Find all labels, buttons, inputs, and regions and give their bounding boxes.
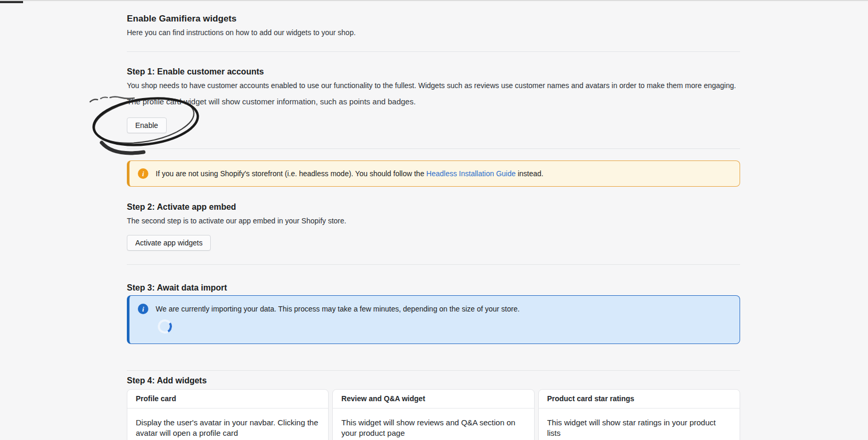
activate-app-widgets-button[interactable]: Activate app widgets <box>127 235 211 251</box>
warning-banner-text: If you are not using Shopify's storefron… <box>156 169 544 178</box>
warning-text-before-link: If you are not using Shopify's storefron… <box>156 169 424 178</box>
page-title: Enable Gamifiera widgets <box>127 14 740 24</box>
widget-card-profile-card: Profile card Display the user's avatar i… <box>127 389 329 440</box>
step-2-section: Step 2: Activate app embed The second st… <box>127 202 740 251</box>
step2-paragraph: The second step is to activate our app e… <box>127 217 740 225</box>
section-divider <box>127 148 740 149</box>
step1-paragraph-1: You shop needs to have customer accounts… <box>127 81 740 90</box>
widget-cards-row: Profile card Display the user's avatar i… <box>127 389 740 440</box>
headless-warning-banner: i If you are not using Shopify's storefr… <box>127 160 740 187</box>
info-icon: i <box>138 304 148 314</box>
card-description: This widget will show star ratings in yo… <box>539 409 740 440</box>
enable-button[interactable]: Enable <box>127 117 167 133</box>
import-status-text: We are currently importing your data. Th… <box>156 305 519 313</box>
card-title: Profile card <box>127 390 328 409</box>
section-divider <box>127 264 740 265</box>
card-title: Review and Q&A widget <box>333 390 534 409</box>
step1-paragraph-2: The profile card widget will show custom… <box>127 97 740 106</box>
top-left-dark-artifact <box>0 1 23 3</box>
card-description: This widget will show reviews and Q&A se… <box>333 409 534 440</box>
page-subtitle: Here you can find instructions on how to… <box>127 28 740 37</box>
step-1-section: Step 1: Enable customer accounts You sho… <box>127 67 740 133</box>
card-title: Product card star ratings <box>539 390 740 409</box>
widget-card-review-qa: Review and Q&A widget This widget will s… <box>332 389 534 440</box>
enable-button-wrapper: Enable <box>127 117 167 133</box>
warning-info-icon: i <box>138 168 148 179</box>
section-divider <box>127 51 740 52</box>
step2-heading: Step 2: Activate app embed <box>127 202 740 212</box>
widget-card-star-ratings: Product card star ratings This widget wi… <box>538 389 740 440</box>
loading-spinner <box>156 318 173 335</box>
data-import-info-banner: i We are currently importing your data. … <box>127 295 740 344</box>
step-4-section: Step 4: Add widgets Profile card Display… <box>127 376 740 440</box>
step1-heading: Step 1: Enable customer accounts <box>127 67 740 77</box>
card-description: Display the user's avatar in your navbar… <box>127 409 328 440</box>
step-3-section: Step 3: Await data import i We are curre… <box>127 283 740 344</box>
section-divider <box>127 370 740 371</box>
step4-heading: Step 4: Add widgets <box>127 376 740 385</box>
step3-heading: Step 3: Await data import <box>127 283 740 293</box>
warning-text-after-link: instead. <box>518 169 544 178</box>
headless-installation-guide-link[interactable]: Headless Installation Guide <box>426 169 515 178</box>
setup-page: Enable Gamifiera widgets Here you can fi… <box>127 1 740 440</box>
